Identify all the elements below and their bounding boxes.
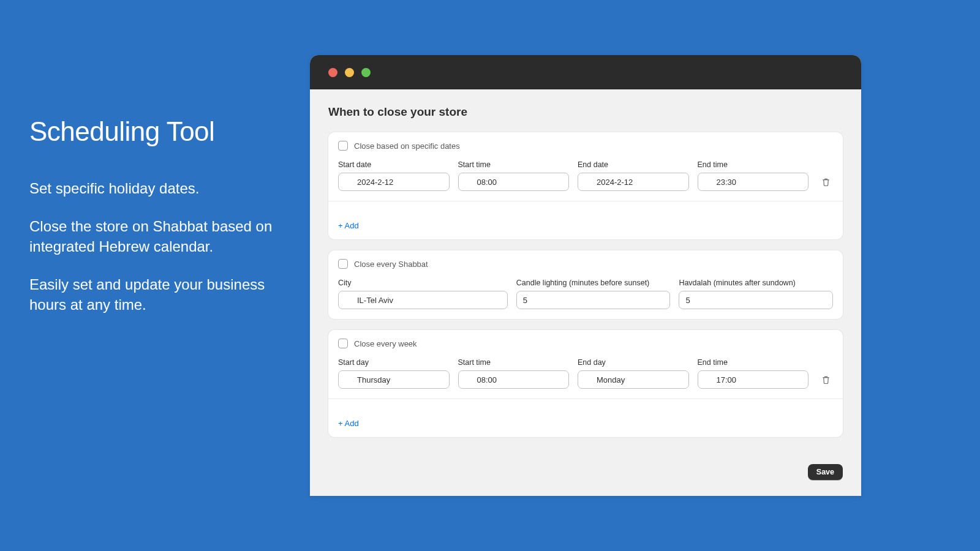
window-maximize-icon[interactable] <box>361 68 371 77</box>
havdalah-field: Havdalah (minutes after sundown) <box>679 279 833 309</box>
start-day-input[interactable] <box>338 370 450 389</box>
marketing-desc-1: Set specific holiday dates. <box>29 179 293 198</box>
start-day-label: Start day <box>338 358 450 367</box>
weekly-start-time-label: Start time <box>458 358 570 367</box>
page-title: When to close your store <box>328 105 843 119</box>
window-content: When to close your store Close based on … <box>310 89 861 460</box>
start-day-field: Start day <box>338 358 450 389</box>
marketing-panel: Scheduling Tool Set specific holiday dat… <box>29 116 293 333</box>
candle-lighting-field: Candle lighting (minutes before sunset) <box>516 279 671 309</box>
start-date-label: Start date <box>338 160 450 169</box>
end-date-field: End date <box>578 160 689 191</box>
delete-weekly-row-button[interactable] <box>818 370 833 389</box>
specific-dates-checkbox-label: Close based on specific dates <box>354 141 460 151</box>
weekly-header: Close every week <box>328 330 843 354</box>
add-date-button[interactable]: + Add <box>338 221 359 230</box>
end-date-label: End date <box>578 160 689 169</box>
weekly-checkbox-label: Close every week <box>354 339 417 348</box>
start-time-label: Start time <box>458 160 570 169</box>
end-time-label: End time <box>698 160 809 169</box>
end-time-input[interactable] <box>698 173 809 191</box>
shabbat-checkbox[interactable] <box>338 259 348 269</box>
weekly-card: Close every week Start day Start <box>328 330 843 437</box>
havdalah-label: Havdalah (minutes after sundown) <box>679 279 833 287</box>
candle-lighting-input[interactable] <box>516 291 671 309</box>
weekly-end-time-label: End time <box>698 358 809 367</box>
city-input[interactable] <box>338 291 508 309</box>
candle-lighting-label: Candle lighting (minutes before sunset) <box>516 279 671 287</box>
shabbat-checkbox-label: Close every Shabbat <box>354 260 428 269</box>
havdalah-input[interactable] <box>679 291 833 309</box>
window-titlebar <box>310 55 861 89</box>
specific-dates-card: Close based on specific dates Start date <box>328 132 843 239</box>
weekly-start-time-input[interactable] <box>458 370 570 389</box>
start-time-field: Start time <box>458 160 570 191</box>
marketing-desc-2: Close the store on Shabbat based on inte… <box>29 217 293 257</box>
weekly-checkbox[interactable] <box>338 339 348 348</box>
end-day-field: End day <box>578 358 689 389</box>
end-day-label: End day <box>578 358 689 367</box>
weekly-end-time-input[interactable] <box>698 370 809 389</box>
start-date-input[interactable] <box>338 173 450 191</box>
window-minimize-icon[interactable] <box>345 68 354 77</box>
end-day-input[interactable] <box>578 370 689 389</box>
delete-date-row-button[interactable] <box>818 173 833 191</box>
end-time-field: End time <box>698 160 809 191</box>
specific-dates-header: Close based on specific dates <box>328 132 843 157</box>
marketing-title: Scheduling Tool <box>29 116 293 147</box>
end-date-input[interactable] <box>578 173 689 191</box>
start-time-input[interactable] <box>458 173 570 191</box>
shabbat-card: Close every Shabbat City Candle <box>328 250 843 319</box>
weekly-start-time-field: Start time <box>458 358 570 389</box>
shabbat-header: Close every Shabbat <box>328 250 843 275</box>
save-button[interactable]: Save <box>808 464 843 480</box>
add-weekly-button[interactable]: + Add <box>338 419 359 428</box>
window-close-icon[interactable] <box>328 68 337 77</box>
weekly-end-time-field: End time <box>698 358 809 389</box>
app-window: When to close your store Close based on … <box>310 55 861 496</box>
city-field: City <box>338 279 508 309</box>
specific-dates-checkbox[interactable] <box>338 141 348 151</box>
marketing-desc-3: Easily set and update your business hour… <box>29 275 293 315</box>
start-date-field: Start date <box>338 160 450 191</box>
city-label: City <box>338 279 508 287</box>
